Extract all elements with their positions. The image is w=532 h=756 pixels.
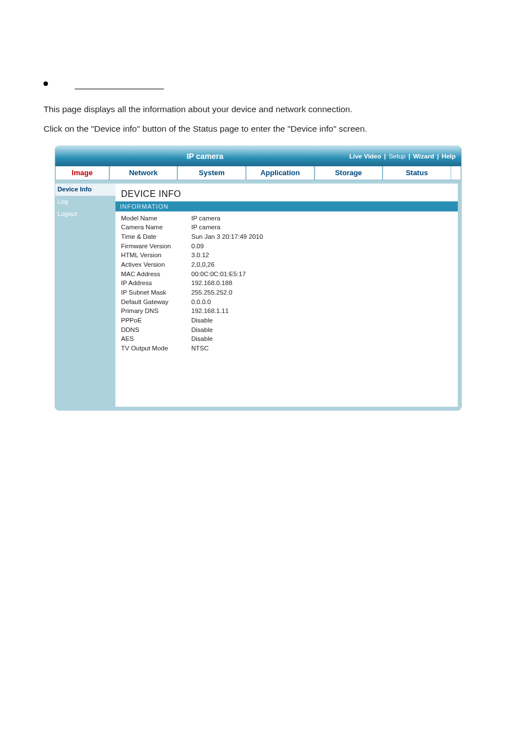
tab-application[interactable]: Application	[246, 166, 315, 180]
sidebar-item-device-info[interactable]: Device Info	[55, 184, 115, 196]
section-bar: INFORMATION	[115, 201, 458, 211]
body-row: Device Info Log Logout DEVICE INFO INFOR…	[55, 180, 461, 410]
main-title: DEVICE INFO	[115, 184, 458, 201]
label: TV Output Mode	[121, 344, 191, 353]
value: Disable	[191, 325, 452, 335]
sidebar-item-logout[interactable]: Logout	[55, 208, 115, 220]
table-row: Firmware Version0.09	[121, 242, 452, 251]
table-row: Default Gateway0.0.0.0	[121, 297, 452, 307]
sidebar-item-log[interactable]: Log	[55, 196, 115, 208]
table-row: PPPoEDisable	[121, 316, 452, 325]
label: PPPoE	[121, 316, 191, 325]
link-setup[interactable]: Setup	[389, 153, 405, 160]
value: Disable	[191, 334, 452, 344]
value: NTSC	[191, 344, 452, 353]
value: IP camera	[191, 214, 452, 223]
intro-line-1: This page displays all the information a…	[43, 103, 489, 115]
table-row: DDNSDisable	[121, 325, 452, 335]
label: Camera Name	[121, 223, 191, 232]
device-info-panel: IP camera Live Video | Setup | Wizard | …	[55, 146, 462, 411]
value: 0.0.0.0	[191, 297, 452, 307]
tab-system[interactable]: System	[177, 166, 246, 180]
underline-placeholder	[75, 78, 164, 89]
link-wizard[interactable]: Wizard	[413, 153, 434, 160]
label: Default Gateway	[121, 297, 191, 307]
tab-storage[interactable]: Storage	[315, 166, 383, 180]
value: 192.168.0.188	[191, 278, 452, 288]
tab-network[interactable]: Network	[109, 166, 178, 180]
tab-status[interactable]: Status	[383, 166, 451, 180]
label: AES	[121, 334, 191, 344]
value: 192.168.1.11	[191, 306, 452, 316]
label: Time & Date	[121, 232, 191, 242]
value: Disable	[191, 316, 452, 325]
value: 2,0,0,26	[191, 260, 452, 269]
panel-title: IP camera	[61, 152, 349, 161]
value: IP camera	[191, 223, 452, 232]
label: DDNS	[121, 325, 191, 335]
tab-gap	[451, 166, 461, 180]
value: 0.09	[191, 242, 452, 251]
link-live-video[interactable]: Live Video	[349, 153, 381, 160]
table-row: HTML Version3.0.12	[121, 251, 452, 260]
label: HTML Version	[121, 251, 191, 260]
table-row: Primary DNS192.168.1.11	[121, 306, 452, 316]
info-table: Model NameIP camera Camera NameIP camera…	[115, 211, 458, 387]
header-links: Live Video | Setup | Wizard | Help	[349, 153, 456, 160]
link-help[interactable]: Help	[442, 153, 456, 160]
tabs-row: Image Network System Application Storage…	[55, 166, 461, 180]
panel-header: IP camera Live Video | Setup | Wizard | …	[55, 146, 461, 166]
table-row: AESDisable	[121, 334, 452, 344]
table-row: Camera NameIP camera	[121, 223, 452, 232]
label: Firmware Version	[121, 242, 191, 251]
table-row: Time & DateSun Jan 3 20:17:49 2010	[121, 232, 452, 242]
table-row: IP Subnet Mask255.255.252.0	[121, 288, 452, 297]
label: Model Name	[121, 214, 191, 223]
bullet-icon	[43, 81, 48, 86]
value: 3.0.12	[191, 251, 452, 260]
sep: |	[408, 153, 410, 160]
label: IP Subnet Mask	[121, 288, 191, 297]
main-content: DEVICE INFO INFORMATION Model NameIP cam…	[115, 184, 458, 407]
value: Sun Jan 3 20:17:49 2010	[191, 232, 452, 242]
table-row: MAC Address00:0C:0C:01:E5:17	[121, 269, 452, 279]
label: IP Address	[121, 278, 191, 288]
table-row: IP Address192.168.0.188	[121, 278, 452, 288]
label: Primary DNS	[121, 306, 191, 316]
table-row: Activex Version2,0,0,26	[121, 260, 452, 269]
table-row: Model NameIP camera	[121, 214, 452, 223]
label: Activex Version	[121, 260, 191, 269]
sidebar: Device Info Log Logout	[55, 180, 115, 410]
table-row: TV Output ModeNTSC	[121, 344, 452, 353]
sep: |	[384, 153, 386, 160]
tab-image[interactable]: Image	[55, 166, 109, 180]
sep: |	[437, 153, 439, 160]
value: 255.255.252.0	[191, 288, 452, 297]
intro-line-2: Click on the "Device info" button of the…	[43, 122, 489, 135]
label: MAC Address	[121, 269, 191, 279]
bullet-row	[43, 78, 489, 89]
value: 00:0C:0C:01:E5:17	[191, 269, 452, 279]
